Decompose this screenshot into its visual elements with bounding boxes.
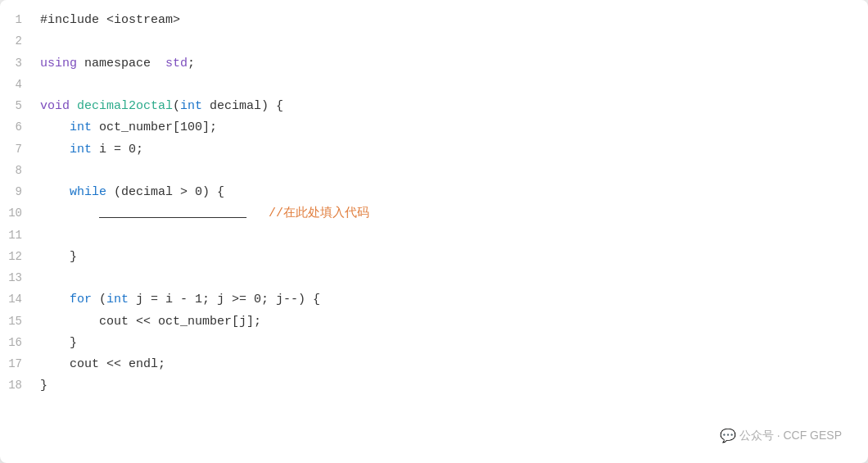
code-line: 10 ____________________ //在此处填入代码 xyxy=(0,203,868,225)
line-content: int i = 0; xyxy=(37,139,868,161)
token xyxy=(246,207,269,220)
code-container: 1#include <iostream>2 3using namespace s… xyxy=(0,0,868,463)
line-content: #include <iostream> xyxy=(37,10,868,31)
token xyxy=(40,185,70,199)
code-line: 4 xyxy=(0,75,868,96)
code-line: 7 int i = 0; xyxy=(0,139,868,161)
token xyxy=(40,293,70,306)
token: decimal2octal xyxy=(77,99,173,113)
token: decimal) { xyxy=(202,99,283,113)
line-number: 15 xyxy=(0,311,37,333)
code-line: 15 cout << oct_number[j]; xyxy=(0,311,868,333)
token xyxy=(40,120,70,134)
code-line: 16 } xyxy=(0,333,868,354)
line-number: 9 xyxy=(0,182,37,203)
line-number: 3 xyxy=(0,53,37,75)
line-number: 6 xyxy=(0,117,37,138)
token: } xyxy=(40,379,47,393)
token: using xyxy=(40,57,77,70)
line-number: 2 xyxy=(0,31,37,52)
token: int xyxy=(70,120,92,134)
line-content xyxy=(37,225,868,247)
token xyxy=(40,207,99,220)
line-number: 8 xyxy=(0,161,37,182)
line-number: 7 xyxy=(0,139,37,161)
token: j = i - 1; j >= 0; j--) { xyxy=(129,293,320,306)
code-line: 3using namespace std; xyxy=(0,53,868,75)
token: std xyxy=(165,57,188,70)
token: int xyxy=(106,293,129,306)
line-number: 14 xyxy=(0,289,37,311)
token: int xyxy=(180,99,202,113)
code-line: 11 xyxy=(0,225,868,247)
wechat-icon: 💬 xyxy=(720,428,736,443)
line-number: 17 xyxy=(0,354,37,375)
token: oct_number[100]; xyxy=(92,120,217,134)
token: ; xyxy=(188,57,195,70)
token: cout << endl; xyxy=(40,357,165,371)
code-line: 1#include <iostream> xyxy=(0,10,868,31)
token: while xyxy=(70,185,106,199)
token xyxy=(70,99,77,113)
code-line: 14 for (int j = i - 1; j >= 0; j--) { xyxy=(0,289,868,311)
token: #include <iostream> xyxy=(40,13,180,27)
token: namespace xyxy=(77,57,165,70)
token: (decimal > 0) { xyxy=(106,185,224,199)
line-content: int oct_number[100]; xyxy=(37,117,868,138)
line-content: using namespace std; xyxy=(37,53,868,75)
line-number: 18 xyxy=(0,375,37,397)
token xyxy=(40,143,70,157)
token: int xyxy=(70,143,92,157)
token: ( xyxy=(92,293,106,306)
line-number: 5 xyxy=(0,96,37,117)
line-number: 1 xyxy=(0,10,37,31)
code-line: 6 int oct_number[100]; xyxy=(0,117,868,138)
code-block: 1#include <iostream>2 3using namespace s… xyxy=(0,10,868,397)
line-content: while (decimal > 0) { xyxy=(37,182,868,203)
line-content: } xyxy=(37,333,868,354)
line-number: 11 xyxy=(0,225,37,247)
code-line: 12 } xyxy=(0,247,868,268)
token: } xyxy=(40,250,77,264)
line-content: } xyxy=(37,375,868,397)
token: //在此处填入代码 xyxy=(269,207,369,220)
code-line: 13 xyxy=(0,268,868,289)
watermark-text: 公众号 · CCF GESP xyxy=(739,429,842,443)
line-number: 10 xyxy=(0,203,37,225)
line-number: 13 xyxy=(0,268,37,289)
line-number: 4 xyxy=(0,75,37,96)
line-content xyxy=(37,268,868,289)
code-line: 8 xyxy=(0,161,868,182)
line-content: void decimal2octal(int decimal) { xyxy=(37,96,868,117)
code-line: 5void decimal2octal(int decimal) { xyxy=(0,96,868,117)
token: cout << oct_number[j]; xyxy=(40,315,261,329)
token: for xyxy=(70,293,92,306)
token: ( xyxy=(173,99,180,113)
code-line: 17 cout << endl; xyxy=(0,354,868,375)
line-content: cout << endl; xyxy=(37,354,868,375)
line-content: for (int j = i - 1; j >= 0; j--) { xyxy=(37,289,868,311)
line-content: ____________________ //在此处填入代码 xyxy=(37,203,868,225)
line-content: } xyxy=(37,247,868,268)
token: ____________________ xyxy=(99,207,246,220)
token: i = 0; xyxy=(92,143,143,157)
line-content xyxy=(37,31,868,52)
line-number: 12 xyxy=(0,247,37,268)
line-content xyxy=(37,161,868,182)
line-content: cout << oct_number[j]; xyxy=(37,311,868,333)
line-content xyxy=(37,75,868,96)
code-line: 2 xyxy=(0,31,868,52)
line-number: 16 xyxy=(0,333,37,354)
code-line: 9 while (decimal > 0) { xyxy=(0,182,868,203)
code-line: 18} xyxy=(0,375,868,397)
token: void xyxy=(40,99,70,113)
watermark: 💬 公众号 · CCF GESP xyxy=(720,428,842,443)
token: } xyxy=(40,336,77,350)
